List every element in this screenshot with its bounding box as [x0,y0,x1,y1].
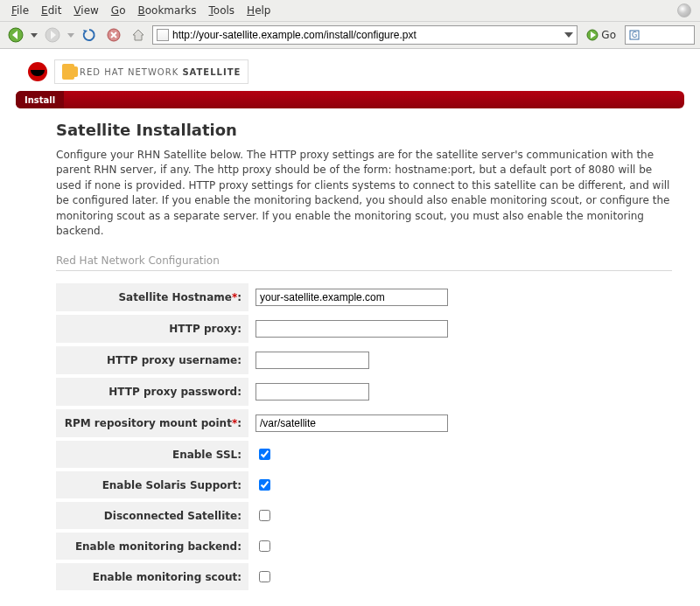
label-enable-ssl: Enable SSL: [56,441,248,468]
forward-history-dropdown[interactable] [66,31,75,38]
search-box[interactable]: G [625,25,695,45]
config-form: Satellite Hostname*: HTTP proxy: HTTP pr… [56,280,672,594]
nav-bar: Install [16,91,684,108]
tab-install[interactable]: Install [16,91,64,108]
svg-text:G: G [632,31,637,39]
input-proxy-password[interactable] [256,383,369,401]
menu-bar: File Edit View Go Bookmarks Tools Help [0,0,700,22]
browser-window: File Edit View Go Bookmarks Tools Help [0,0,700,606]
menu-bookmarks[interactable]: Bookmarks [131,2,202,19]
intro-text: Configure your RHN Satellite below. The … [56,148,672,239]
url-input[interactable] [172,29,559,41]
brand-header: RED HAT NETWORK SATELLITE [16,56,684,91]
section-heading: Red Hat Network Configuration [56,251,672,271]
label-proxy-username: HTTP proxy username: [56,346,248,374]
label-proxy-password: HTTP proxy password: [56,378,248,406]
menu-tools[interactable]: Tools [203,2,242,19]
reload-button[interactable] [79,24,100,45]
checkbox-enable-solaris[interactable] [259,479,270,491]
activity-throbber-icon [677,3,691,17]
search-engine-icon: G [629,30,640,40]
checkbox-disconnected[interactable] [259,510,270,521]
back-button[interactable] [5,24,26,45]
label-monitoring-scout: Enable monitoring scout: [56,563,248,590]
forward-button[interactable] [42,24,63,45]
label-hostname: Satellite Hostname*: [56,283,248,311]
page-icon [157,29,169,41]
stop-button[interactable] [103,24,124,45]
page-viewport: RED HAT NETWORK SATELLITE Install Satell… [0,49,700,606]
checkbox-monitoring-scout[interactable] [259,571,270,582]
checkbox-monitoring-backend[interactable] [259,540,270,552]
satellite-icon [62,64,74,80]
label-rpm-mount: RPM repository mount point*: [56,409,248,437]
label-http-proxy: HTTP proxy: [56,315,248,343]
input-hostname[interactable] [256,289,448,306]
input-http-proxy[interactable] [256,320,448,338]
back-history-dropdown[interactable] [30,31,38,38]
label-disconnected: Disconnected Satellite: [56,502,248,529]
input-rpm-mount[interactable] [256,414,448,432]
go-button[interactable]: Go [581,27,621,43]
url-history-dropdown[interactable] [563,31,575,39]
nav-toolbar: Go G [0,22,700,49]
go-label: Go [601,29,616,41]
label-monitoring-backend: Enable monitoring backend: [56,533,248,560]
page-title: Satellite Installation [56,121,672,139]
product-badge: RED HAT NETWORK SATELLITE [54,59,248,84]
checkbox-enable-ssl[interactable] [259,449,270,460]
input-proxy-username[interactable] [256,352,369,369]
url-bar[interactable] [152,25,578,45]
label-enable-solaris: Enable Solaris Support: [56,471,248,498]
menu-view[interactable]: View [67,2,104,19]
main-content: Satellite Installation Configure your RH… [16,121,684,606]
menu-file[interactable]: File [5,2,35,19]
menu-help[interactable]: Help [241,2,276,19]
home-button[interactable] [128,24,149,45]
redhat-logo-icon [28,62,47,81]
menu-go[interactable]: Go [105,2,132,19]
product-name: RED HAT NETWORK SATELLITE [80,67,241,77]
menu-edit[interactable]: Edit [35,2,67,19]
